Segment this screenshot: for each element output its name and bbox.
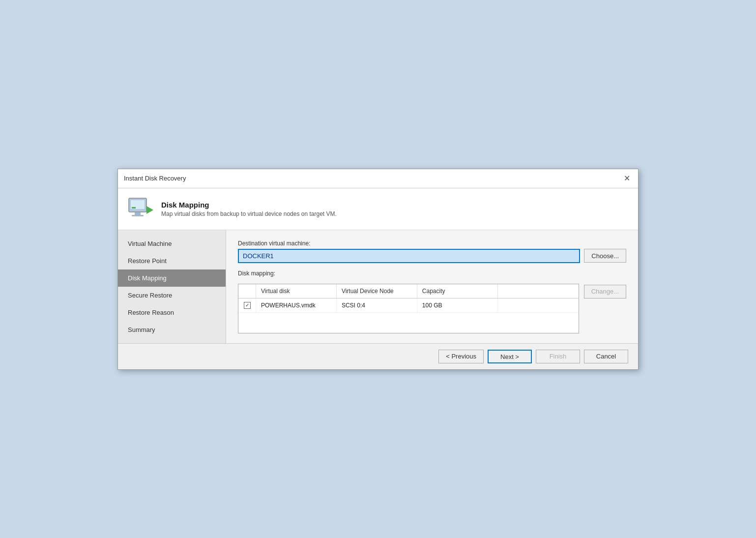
row-checkbox[interactable]: ✓ — [238, 299, 256, 312]
col-virtual-disk: Virtual disk — [256, 284, 337, 298]
dialog-title: Instant Disk Recovery — [124, 175, 186, 182]
row-extra — [498, 299, 579, 312]
change-button[interactable]: Change... — [584, 285, 626, 299]
table-header: Virtual disk Virtual Device Node Capacit… — [238, 284, 579, 299]
sidebar-item-summary[interactable]: Summary — [118, 321, 226, 338]
sidebar-item-secure-restore[interactable]: Secure Restore — [118, 287, 226, 304]
disk-table: Virtual disk Virtual Device Node Capacit… — [238, 284, 579, 333]
destination-label: Destination virtual machine: — [238, 240, 626, 247]
svg-rect-5 — [132, 207, 136, 209]
footer: < Previous Next > Finish Cancel — [118, 343, 638, 369]
cancel-button[interactable]: Cancel — [584, 350, 628, 363]
col-virtual-device-node: Virtual Device Node — [337, 284, 417, 298]
sidebar: Virtual Machine Restore Point Disk Mappi… — [118, 230, 226, 343]
destination-section: Destination virtual machine: Choose... — [238, 240, 626, 263]
sidebar-item-disk-mapping[interactable]: Disk Mapping — [118, 269, 226, 287]
col-capacity: Capacity — [417, 284, 498, 298]
col-check — [238, 284, 256, 298]
table-row: ✓ POWERHAUS.vmdk SCSI 0:4 100 GB — [238, 299, 579, 313]
header-section: Disk Mapping Map virtual disks from back… — [118, 188, 638, 230]
svg-marker-4 — [146, 206, 153, 214]
row-virtual-device-node: SCSI 0:4 — [337, 299, 417, 312]
disk-mapping-area: Virtual disk Virtual Device Node Capacit… — [238, 284, 626, 333]
sidebar-item-restore-point[interactable]: Restore Point — [118, 252, 226, 269]
svg-rect-2 — [135, 212, 141, 215]
main-content: Destination virtual machine: Choose... D… — [226, 230, 638, 343]
destination-input[interactable] — [238, 249, 580, 263]
close-button[interactable]: ✕ — [621, 173, 632, 184]
dialog: Instant Disk Recovery ✕ Disk Mapping Map… — [117, 169, 639, 370]
row-virtual-disk: POWERHAUS.vmdk — [256, 299, 337, 312]
header-title: Disk Mapping — [161, 201, 337, 209]
disk-mapping-label: Disk mapping: — [238, 270, 626, 277]
choose-button[interactable]: Choose... — [584, 249, 626, 263]
body: Virtual Machine Restore Point Disk Mappi… — [118, 230, 638, 343]
checkbox-checked-icon: ✓ — [244, 302, 251, 309]
finish-button[interactable]: Finish — [536, 350, 580, 363]
row-capacity: 100 GB — [417, 299, 498, 312]
header-text: Disk Mapping Map virtual disks from back… — [161, 201, 337, 217]
destination-input-row: Choose... — [238, 249, 626, 263]
header-icon — [128, 196, 153, 222]
header-subtitle: Map virtual disks from backup to virtual… — [161, 210, 337, 217]
side-buttons: Change... — [584, 284, 626, 333]
svg-rect-3 — [132, 215, 144, 216]
sidebar-item-restore-reason[interactable]: Restore Reason — [118, 304, 226, 321]
previous-button[interactable]: < Previous — [438, 350, 484, 363]
col-extra — [498, 284, 579, 298]
sidebar-item-virtual-machine[interactable]: Virtual Machine — [118, 235, 226, 252]
title-bar: Instant Disk Recovery ✕ — [118, 169, 638, 188]
next-button[interactable]: Next > — [488, 350, 532, 363]
